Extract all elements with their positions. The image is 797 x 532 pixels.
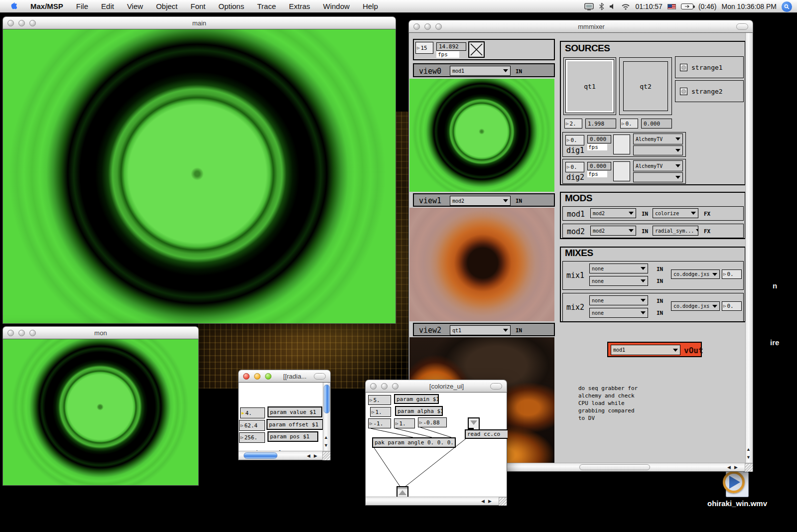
menu-extras[interactable]: Extras xyxy=(282,2,317,10)
scroll-right-arrow[interactable]: ▶ xyxy=(734,465,738,470)
colorize-titlebar[interactable]: [colorize_ui] xyxy=(365,380,507,393)
spotlight-icon[interactable] xyxy=(782,1,792,12)
input-language-flag-icon[interactable] xyxy=(667,4,676,9)
scroll-left-arrow[interactable]: ◀ xyxy=(481,499,485,504)
qt2-rate-floatbox[interactable]: 0.000 xyxy=(641,119,672,129)
dig1-driver-dropdown[interactable]: AlchemyTV xyxy=(633,133,683,144)
minimize-button[interactable] xyxy=(381,383,388,390)
vertical-scrollbar[interactable]: ▲ ▼ xyxy=(323,383,330,451)
desktop-icon-label[interactable]: ohiraki_win.wmv xyxy=(695,499,780,508)
scroll-down-arrow[interactable]: ▼ xyxy=(746,455,751,460)
dig2-numberbox[interactable]: ▷0. xyxy=(565,162,584,172)
mix2-shader-dropdown[interactable]: co.dodge.jxs xyxy=(671,301,720,311)
angle2-numberbox[interactable]: ▷1. xyxy=(394,418,415,428)
scroll-down-arrow[interactable]: ▼ xyxy=(324,443,328,448)
close-button[interactable] xyxy=(243,373,250,380)
window-radia[interactable]: [[radia... ▶4. param value $1 ▷62.4 para… xyxy=(238,370,331,460)
mix1-b-dropdown[interactable]: none xyxy=(589,276,648,286)
menu-view[interactable]: View xyxy=(121,2,149,10)
menu-edit[interactable]: Edit xyxy=(95,2,121,10)
pos-numberbox[interactable]: ▷256. xyxy=(239,432,265,443)
window-mon[interactable]: mon xyxy=(2,326,199,486)
qt1-source-box[interactable]: qt1 xyxy=(563,57,616,115)
dig2-fps-floatbox[interactable]: 0.000 xyxy=(587,162,611,170)
minimize-button[interactable] xyxy=(18,20,25,26)
mmmixer-titlebar[interactable]: mmmixer xyxy=(408,20,753,33)
menu-help[interactable]: Help xyxy=(356,2,385,10)
collapse-button[interactable] xyxy=(736,23,748,30)
pak-object-box[interactable]: pak param angle 0. 0. 0. xyxy=(372,437,456,448)
param-value-message[interactable]: param value $1 xyxy=(267,406,322,417)
resize-grip[interactable] xyxy=(322,451,330,460)
menu-file[interactable]: File xyxy=(70,2,95,10)
scroll-up-arrow[interactable]: ▲ xyxy=(746,447,751,452)
vertical-scrollbar[interactable]: ▲ ▼ xyxy=(745,33,753,463)
menu-options[interactable]: Options xyxy=(212,2,251,10)
resize-grip[interactable] xyxy=(499,497,507,506)
wifi-menu-icon[interactable] xyxy=(621,3,630,10)
view1-source-dropdown[interactable]: mod2 xyxy=(450,196,511,206)
fps-toggle[interactable] xyxy=(468,41,485,58)
menu-maxmsp[interactable]: Max/MSP xyxy=(24,2,70,10)
zoom-button[interactable] xyxy=(265,373,271,380)
read-message[interactable]: read cc.co xyxy=(465,429,508,439)
zoom-button[interactable] xyxy=(29,330,36,336)
dig1-input-dropdown[interactable] xyxy=(633,145,683,155)
minimize-button[interactable] xyxy=(18,330,25,336)
param-offset-message[interactable]: param offset $1 xyxy=(266,419,323,430)
close-button[interactable] xyxy=(370,383,377,390)
value-numberbox[interactable]: ▶4. xyxy=(240,407,265,418)
view2-source-dropdown[interactable]: qt1 xyxy=(450,325,511,335)
menu-clock[interactable]: Mon 10:36:08 PM xyxy=(721,2,777,10)
volume-menu-icon[interactable] xyxy=(609,3,616,10)
mix1-a-dropdown[interactable]: none xyxy=(589,264,648,273)
window-colorize[interactable]: [colorize_ui] ▷5. param gain $1 ▷1. para… xyxy=(365,380,507,506)
mix2-a-dropdown[interactable]: none xyxy=(589,295,648,305)
dig1-fps-floatbox[interactable]: 0.000 xyxy=(587,135,611,143)
displays-menu-icon[interactable] xyxy=(584,3,594,10)
qt2-rate-numberbox[interactable]: ▷0. xyxy=(620,119,638,129)
menu-window[interactable]: Window xyxy=(317,2,356,10)
window-main[interactable]: main xyxy=(2,16,396,324)
vout-source-dropdown[interactable]: mod1 xyxy=(611,345,680,355)
minimize-button[interactable] xyxy=(254,373,261,380)
qt2-source-box[interactable]: qt2 xyxy=(619,57,672,115)
close-button[interactable] xyxy=(413,23,420,30)
minimize-button[interactable] xyxy=(424,23,431,30)
scroll-right-arrow[interactable]: ▶ xyxy=(488,499,492,504)
mix1-shader-dropdown[interactable]: co.dodge.jxs xyxy=(671,269,720,279)
mix1-amount-numberbox[interactable]: ▷0. xyxy=(722,269,742,279)
angle1-numberbox[interactable]: ▷-1. xyxy=(368,418,391,428)
angle3-numberbox[interactable]: ▷-0.88 xyxy=(418,417,447,427)
collapse-button[interactable] xyxy=(490,383,502,390)
mod1-fx-dropdown[interactable]: colorize xyxy=(653,208,698,218)
param-pos-message[interactable]: param pos $1 xyxy=(267,431,318,442)
mon-titlebar[interactable]: mon xyxy=(2,326,199,339)
battery-icon[interactable] xyxy=(681,3,693,9)
fps-target-numberbox[interactable]: ▷15 xyxy=(415,42,433,54)
dig1-numberbox[interactable]: ▷0. xyxy=(565,135,584,145)
scroll-left-arrow[interactable]: ◀ xyxy=(727,465,731,470)
param-gain-message[interactable]: param gain $1 xyxy=(394,394,439,404)
menu-trace[interactable]: Trace xyxy=(251,2,282,10)
scroll-right-arrow[interactable]: ▶ xyxy=(314,454,317,458)
qt1-rate-numberbox[interactable]: ▷2. xyxy=(564,119,582,129)
wmv-file-icon[interactable] xyxy=(722,467,753,499)
scrollbar-thumb[interactable] xyxy=(244,452,277,459)
resize-grip[interactable] xyxy=(745,463,753,472)
zoom-button[interactable] xyxy=(29,20,36,26)
fps-actual-floatbox[interactable]: 14.892 xyxy=(436,42,466,51)
mix2-b-dropdown[interactable]: none xyxy=(589,308,648,318)
offset-numberbox[interactable]: ▷62.4 xyxy=(239,420,265,431)
gain-numberbox[interactable]: ▷5. xyxy=(368,395,391,405)
horizontal-scrollbar[interactable]: ◀ ▶ xyxy=(366,497,507,505)
horizontal-scrollbar[interactable]: ◀ ▶ xyxy=(239,451,330,460)
mod1-src-dropdown[interactable]: mod2 xyxy=(590,208,636,218)
mod2-fx-dropdown[interactable]: radial_sym... xyxy=(653,226,698,236)
apple-menu[interactable] xyxy=(0,2,24,11)
main-titlebar[interactable]: main xyxy=(2,16,396,29)
strange2-button[interactable] xyxy=(680,88,687,95)
scrollbar-thumb[interactable] xyxy=(324,385,330,413)
close-button[interactable] xyxy=(7,20,14,26)
scrollbar-thumb[interactable] xyxy=(579,464,650,470)
